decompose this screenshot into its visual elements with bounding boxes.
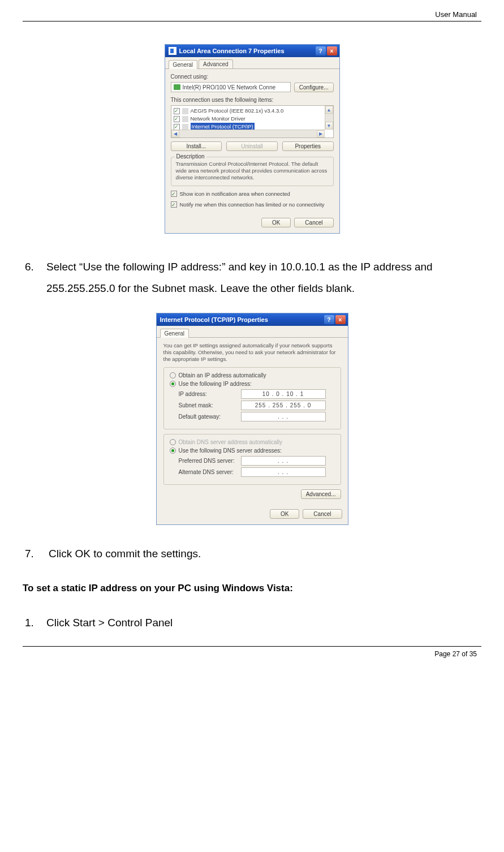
protocol-icon (182, 108, 188, 114)
checkbox-icon[interactable]: ✓ (171, 201, 177, 208)
uses-items-label: This connection uses the following items… (171, 97, 334, 103)
section-heading: To set a static IP address on your PC us… (23, 583, 481, 594)
tab-general[interactable]: General (169, 60, 198, 69)
use-ip-label: Use the following IP address: (179, 381, 252, 387)
page-number: Page 27 of 35 (23, 647, 481, 658)
cancel-button[interactable]: Cancel (303, 509, 342, 519)
use-dns-label: Use the following DNS server addresses: (179, 447, 282, 454)
checkbox-icon[interactable]: ✓ (171, 191, 177, 197)
nic-field[interactable]: Intel(R) PRO/100 VE Network Conne (171, 82, 291, 92)
lan-properties-dialog: Local Area Connection 7 Properties ? × G… (165, 44, 340, 234)
description-groupbox-title: Description (175, 153, 206, 160)
connect-using-label: Connect using: (171, 74, 334, 80)
radio-icon (170, 439, 176, 445)
step-7: 7. Click OK to commit the settings. (23, 548, 481, 560)
help-button[interactable]: ? (324, 315, 334, 324)
scroll-left-icon[interactable]: ◀ (171, 130, 179, 137)
scroll-track[interactable] (179, 130, 317, 137)
radio-icon[interactable] (170, 447, 176, 454)
window-title: Internet Protocol (TCP/IP) Properties (160, 316, 323, 323)
show-icon-label: Show icon in notification area when conn… (180, 191, 290, 197)
nic-icon (174, 84, 180, 90)
step-number: 6. (25, 256, 46, 299)
preferred-dns-input[interactable]: . . . (241, 456, 326, 466)
radio-icon[interactable] (170, 372, 176, 378)
checkbox-icon[interactable]: ✓ (174, 116, 180, 122)
close-button[interactable]: × (327, 46, 337, 55)
configure-button[interactable]: Configure... (294, 83, 334, 92)
description-text: Transmission Control Protocol/Internet P… (176, 161, 329, 181)
nic-text: Intel(R) PRO/100 VE Network Conne (183, 84, 276, 91)
scroll-up-icon[interactable]: ▲ (325, 106, 333, 114)
step-text: Click Start > Control Panel (46, 617, 173, 629)
step-text: Click OK to commit the settings. (49, 548, 201, 560)
preferred-dns-label: Preferred DNS server: (179, 458, 241, 464)
obtain-ip-label: Obtain an IP address automatically (179, 372, 266, 378)
items-listbox[interactable]: ✓ AEGIS Protocol (IEEE 802.1x) v3.4.3.0 … (171, 105, 334, 138)
subnet-mask-label: Subnet mask: (179, 402, 241, 408)
tab-general[interactable]: General (160, 329, 189, 338)
scroll-track[interactable] (325, 114, 333, 122)
horizontal-scrollbar[interactable]: ◀ ▶ (171, 130, 325, 137)
step-number: 1. (25, 617, 46, 629)
subnet-mask-input[interactable]: 255 . 255 . 255 . 0 (241, 401, 326, 410)
properties-button[interactable]: Properties (282, 141, 334, 151)
close-button[interactable]: × (335, 315, 346, 324)
cancel-button[interactable]: Cancel (294, 218, 333, 227)
notify-label: Notify me when this connection has limit… (180, 201, 325, 208)
header-doc-title: User Manual (23, 10, 481, 21)
protocol-icon (182, 124, 188, 130)
alternate-dns-input[interactable]: . . . (241, 467, 326, 477)
step-text: Select “Use the following IP address:” a… (46, 256, 479, 299)
protocol-icon (182, 116, 188, 122)
list-item[interactable]: ✓ Network Monitor Driver (173, 115, 323, 123)
advanced-button[interactable]: Advanced... (301, 489, 341, 499)
checkbox-icon[interactable]: ✓ (174, 124, 180, 130)
ip-address-label: IP address: (179, 391, 241, 397)
titlebar[interactable]: Internet Protocol (TCP/IP) Properties ? … (157, 313, 348, 326)
step-1: 1. Click Start > Control Panel (23, 617, 481, 629)
alternate-dns-label: Alternate DNS server: (179, 469, 241, 475)
tcpip-properties-dialog: Internet Protocol (TCP/IP) Properties ? … (156, 313, 348, 525)
step-6: 6. Select “Use the following IP address:… (23, 256, 481, 299)
default-gateway-label: Default gateway: (179, 414, 241, 420)
item-label: Network Monitor Driver (191, 115, 245, 123)
help-button[interactable]: ? (316, 46, 326, 55)
titlebar[interactable]: Local Area Connection 7 Properties ? × (165, 45, 339, 57)
install-button[interactable]: Install... (171, 141, 222, 151)
intro-text: You can get IP settings assigned automat… (163, 342, 341, 363)
tab-advanced[interactable]: Advanced (199, 59, 232, 68)
obtain-dns-label: Obtain DNS server address automatically (179, 439, 282, 445)
item-label: AEGIS Protocol (IEEE 802.1x) v3.4.3.0 (191, 107, 284, 115)
scroll-right-icon[interactable]: ▶ (317, 130, 325, 137)
top-rule (23, 21, 481, 21)
ok-button[interactable]: OK (270, 509, 299, 519)
scroll-down-icon[interactable]: ▼ (325, 122, 333, 130)
checkbox-icon[interactable]: ✓ (174, 108, 180, 114)
list-item[interactable]: ✓ AEGIS Protocol (IEEE 802.1x) v3.4.3.0 (173, 107, 323, 115)
ok-button[interactable]: OK (261, 218, 291, 227)
radio-icon[interactable] (170, 381, 176, 387)
window-icon (169, 47, 176, 55)
default-gateway-input[interactable]: . . . (241, 412, 326, 421)
vertical-scrollbar[interactable]: ▲ ▼ (325, 106, 333, 130)
uninstall-button: Uninstall (226, 141, 278, 151)
window-title: Local Area Connection 7 Properties (179, 48, 315, 54)
ip-address-input[interactable]: 10 . 0 . 10 . 1 (241, 389, 326, 399)
step-number: 7. (25, 548, 49, 560)
